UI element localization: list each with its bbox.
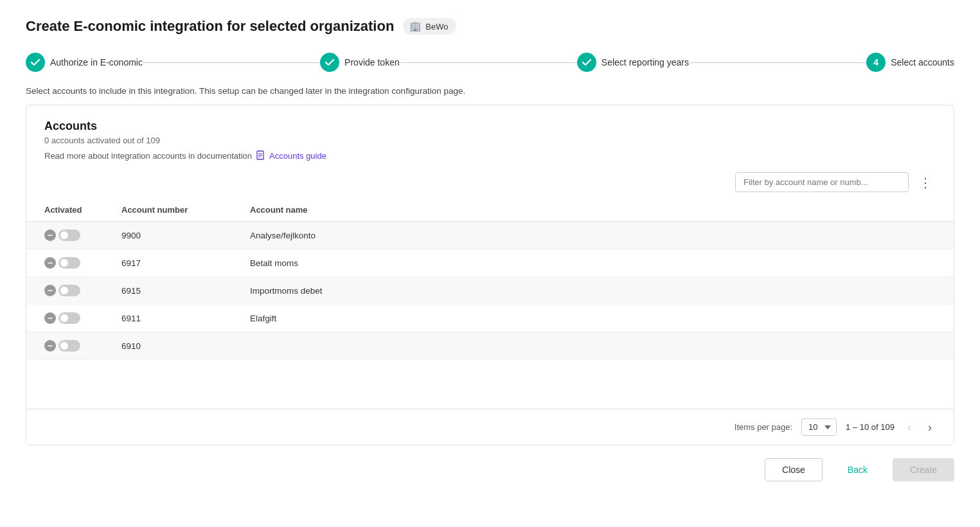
table-row: − 6915Importmoms debet [26, 277, 954, 305]
accounts-card: Accounts 0 accounts activated out of 109… [26, 105, 954, 445]
org-icon: 🏢 [409, 21, 422, 32]
table-row: − 6911Elafgift [26, 305, 954, 332]
table-row: − 6917Betalt moms [26, 249, 954, 277]
items-per-page-select[interactable]: 10 5 25 50 [801, 418, 837, 436]
account-name-cell: Analyse/fejlkonto [232, 222, 954, 249]
toggle-slider [58, 229, 80, 241]
create-button[interactable]: Create [893, 458, 954, 481]
toggle-cell[interactable]: − [26, 305, 103, 332]
guide-prefix: Read more about integration accounts in … [44, 151, 252, 161]
account-number-cell: 9900 [103, 222, 232, 249]
accounts-table-wrapper: Activated Account number Account name − … [26, 199, 954, 409]
toggle-slider [58, 312, 80, 324]
toggle-slider [58, 340, 80, 352]
toggle-wrapper: − [44, 229, 85, 241]
minus-icon[interactable]: − [44, 229, 56, 241]
toggle-switch[interactable] [58, 257, 80, 269]
pagination-next-button[interactable]: › [924, 419, 936, 436]
card-title: Accounts [44, 120, 936, 133]
minus-icon[interactable]: − [44, 285, 56, 296]
org-badge: 🏢 BeWo [403, 18, 456, 35]
minus-icon[interactable]: − [44, 312, 56, 324]
toggle-cell[interactable]: − [26, 249, 103, 277]
step-reporting: Select reporting years [577, 53, 689, 72]
step-authorize: Authorize in E-conomic [26, 53, 143, 72]
guide-link-label: Accounts guide [269, 151, 326, 161]
pagination-row: Items per page: 10 5 25 50 1 – 10 of 109… [26, 409, 954, 445]
items-per-page-label: Items per page: [735, 422, 792, 432]
account-name-cell [232, 332, 954, 360]
filter-row: ⋮ [26, 168, 954, 199]
col-account-number: Account number [103, 199, 232, 222]
toggle-switch[interactable] [58, 312, 80, 324]
account-number-cell: 6911 [103, 305, 232, 332]
header: Create E-conomic integration for selecte… [0, 0, 980, 35]
page-title: Create E-conomic integration for selecte… [26, 18, 394, 35]
step-line-1 [143, 62, 320, 63]
pagination-prev-button[interactable]: ‹ [904, 419, 915, 436]
accounts-guide-link[interactable]: Accounts guide [256, 150, 326, 161]
toggle-wrapper: − [44, 340, 85, 352]
step-line-3 [689, 62, 866, 63]
account-number-cell: 6915 [103, 277, 232, 305]
close-button[interactable]: Close [765, 458, 823, 481]
step-accounts: 4 Select accounts [866, 53, 954, 72]
toggle-switch[interactable] [58, 285, 80, 296]
org-badge-label: BeWo [425, 22, 448, 31]
col-activated: Activated [26, 199, 103, 222]
toggle-switch[interactable] [58, 229, 80, 241]
pagination-info: 1 – 10 of 109 [846, 422, 895, 432]
toggle-cell[interactable]: − [26, 222, 103, 249]
toggle-wrapper: − [44, 285, 85, 296]
step-token: Provide token [320, 53, 400, 72]
stepper: Authorize in E-conomic Provide token Sel… [0, 35, 980, 72]
step-icon-accounts: 4 [866, 53, 886, 72]
account-number-cell: 6917 [103, 249, 232, 277]
step-icon-reporting [577, 53, 596, 72]
toggle-cell[interactable]: − [26, 277, 103, 305]
toggle-cell[interactable]: − [26, 332, 103, 360]
table-row: − 6910 [26, 332, 954, 360]
step-icon-authorize [26, 53, 45, 72]
col-account-name: Account name [232, 199, 954, 222]
toggle-slider [58, 285, 80, 296]
page-wrapper: Create E-conomic integration for selecte… [0, 0, 980, 527]
toggle-wrapper: − [44, 257, 85, 269]
step-label-reporting: Select reporting years [601, 57, 689, 67]
card-subtitle: 0 accounts activated out of 109 [44, 136, 936, 145]
accounts-table: Activated Account number Account name − … [26, 199, 954, 360]
toggle-switch[interactable] [58, 340, 80, 352]
step-label-authorize: Authorize in E-conomic [50, 57, 143, 67]
table-row: − 9900Analyse/fejlkonto [26, 222, 954, 249]
description: Select accounts to include in this integ… [0, 72, 980, 105]
toggle-slider [58, 257, 80, 269]
card-header: Accounts 0 accounts activated out of 109… [26, 105, 954, 168]
toggle-wrapper: − [44, 312, 85, 324]
table-header-row: Activated Account number Account name [26, 199, 954, 222]
step-label-accounts: Select accounts [891, 57, 954, 67]
more-options-button[interactable]: ⋮ [915, 174, 936, 192]
account-number-cell: 6910 [103, 332, 232, 360]
footer: Close Back Create [0, 445, 980, 494]
filter-input[interactable] [735, 172, 909, 192]
minus-icon[interactable]: − [44, 257, 56, 269]
account-name-cell: Importmoms debet [232, 277, 954, 305]
card-guide-row: Read more about integration accounts in … [44, 150, 936, 161]
minus-icon[interactable]: − [44, 340, 56, 352]
step-line-2 [400, 62, 577, 63]
step-label-token: Provide token [344, 57, 400, 67]
account-name-cell: Elafgift [232, 305, 954, 332]
back-button[interactable]: Back [830, 458, 885, 481]
account-name-cell: Betalt moms [232, 249, 954, 277]
step-icon-token [320, 53, 339, 72]
